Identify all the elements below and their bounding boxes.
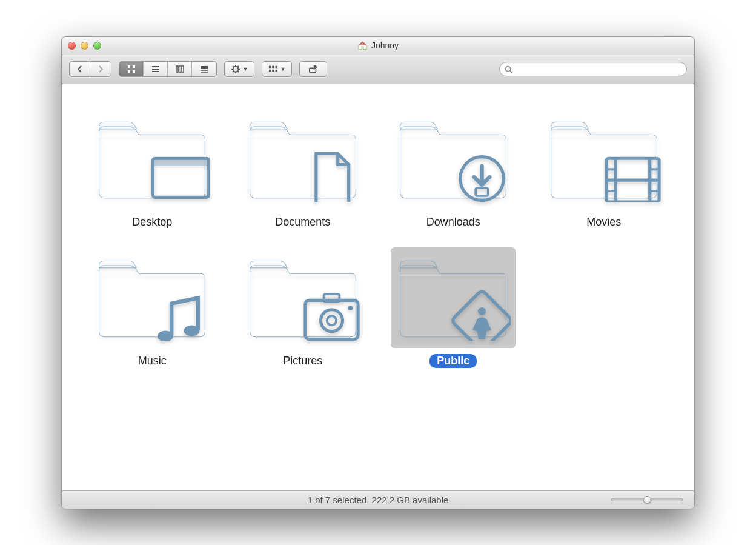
icon-view-button[interactable]: [119, 62, 144, 76]
zoom-button[interactable]: [93, 42, 101, 50]
svg-rect-31: [179, 66, 181, 72]
folder-icon: [391, 109, 516, 209]
folder-label: Music: [131, 354, 174, 368]
window-controls: [68, 42, 101, 50]
search-input[interactable]: [516, 65, 681, 73]
nav-buttons: [69, 61, 111, 77]
svg-point-52: [506, 66, 511, 71]
svg-line-42: [237, 72, 239, 73]
icon-grid[interactable]: DesktopDocumentsDownloadsMoviesMusicPict…: [62, 84, 694, 490]
svg-line-53: [510, 70, 512, 72]
column-view-button[interactable]: [168, 62, 192, 76]
chevron-down-icon: ▼: [243, 66, 248, 72]
svg-line-43: [233, 72, 234, 73]
status-bar: 1 of 7 selected, 222.2 GB available: [62, 490, 694, 509]
svg-rect-23: [128, 65, 130, 68]
close-button[interactable]: [68, 42, 76, 50]
svg-line-44: [237, 66, 239, 67]
folder-icon: [391, 247, 516, 348]
folder-label: Movies: [579, 215, 628, 229]
folder-icon: [90, 247, 214, 348]
search-icon: [505, 65, 512, 73]
svg-line-41: [233, 66, 234, 67]
svg-rect-48: [268, 70, 271, 72]
folder-item-music[interactable]: Music: [85, 247, 219, 368]
folder-item-documents[interactable]: Documents: [236, 109, 370, 229]
slider-thumb[interactable]: [643, 496, 651, 504]
folder-item-downloads[interactable]: Downloads: [386, 109, 520, 229]
folder-label: Documents: [268, 215, 337, 229]
search-field[interactable]: [499, 62, 687, 76]
folder-item-desktop[interactable]: Desktop: [85, 109, 219, 229]
finder-window: Johnny: [61, 36, 695, 509]
svg-rect-45: [268, 66, 271, 69]
titlebar[interactable]: Johnny: [62, 37, 694, 55]
back-button[interactable]: [70, 62, 90, 76]
list-view-button[interactable]: [144, 62, 168, 76]
svg-point-36: [233, 67, 238, 72]
toolbar: ▼ ▼: [62, 55, 694, 84]
svg-rect-24: [133, 65, 135, 68]
folder-icon: [542, 109, 666, 209]
svg-rect-50: [275, 70, 277, 72]
folder-label: Public: [429, 354, 477, 368]
svg-rect-47: [275, 66, 277, 69]
svg-rect-32: [182, 66, 184, 72]
svg-rect-49: [272, 70, 274, 72]
minimize-button[interactable]: [81, 42, 88, 50]
svg-rect-46: [272, 66, 274, 69]
chevron-down-icon: ▼: [280, 66, 286, 72]
folder-item-pictures[interactable]: Pictures: [236, 247, 370, 368]
icon-size-slider[interactable]: [611, 498, 683, 501]
svg-rect-25: [128, 70, 130, 73]
arrange-menu[interactable]: ▼: [262, 61, 292, 77]
folder-icon: [240, 109, 365, 209]
folder-label: Pictures: [276, 354, 330, 368]
folder-item-public[interactable]: Public: [386, 247, 520, 368]
folder-label: Downloads: [419, 215, 488, 229]
folder-item-movies[interactable]: Movies: [537, 109, 671, 229]
folder-icon: [90, 109, 214, 209]
svg-rect-33: [201, 66, 208, 69]
svg-rect-51: [310, 68, 316, 72]
status-text: 1 of 7 selected, 222.2 GB available: [308, 495, 449, 505]
share-button[interactable]: [299, 61, 327, 77]
window-title-text: Johnny: [371, 41, 399, 50]
forward-button[interactable]: [90, 62, 111, 76]
window-title: Johnny: [62, 41, 694, 51]
action-menu[interactable]: ▼: [224, 61, 254, 77]
coverflow-view-button[interactable]: [192, 62, 216, 76]
folder-label: Desktop: [125, 215, 179, 229]
folder-icon: [240, 247, 365, 348]
home-icon: [357, 41, 368, 51]
svg-rect-30: [176, 66, 178, 72]
svg-rect-26: [133, 70, 135, 73]
view-switcher: [119, 61, 217, 77]
